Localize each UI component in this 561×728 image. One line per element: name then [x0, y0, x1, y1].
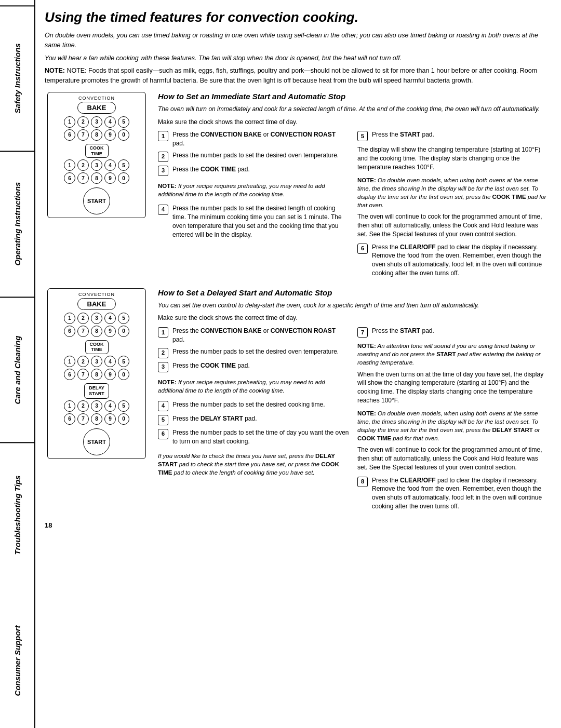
key2-5c: 5: [118, 400, 129, 412]
keypad-1: CONVECTION BAKE 1 2 3 4 5 6 7 8 9 0 COOK…: [47, 92, 146, 219]
key2-5: 5: [118, 313, 129, 324]
section2-steps-left: 1 Press the CONVECTION BAKE or CONVECTIO…: [158, 327, 349, 479]
step-num-1: 1: [158, 131, 168, 141]
section1-steps-left: 1 Press the CONVECTION BAKE or CONVECTIO…: [158, 130, 349, 239]
note-check: If you would like to check the times you…: [158, 452, 349, 477]
step-2-7: 7 Press the START pad.: [357, 327, 549, 338]
sidebar-item-consumer[interactable]: Consumer Support: [0, 588, 34, 728]
keypad2-row-1: 1 2 3 4 5: [64, 313, 129, 324]
step-num-2: 2: [158, 152, 168, 162]
key2-3b: 3: [91, 356, 102, 367]
cook-time-button-1: COOKTIME: [85, 144, 109, 158]
step-2-6: 6 Press the number pads to set the time …: [158, 428, 349, 446]
key2-6b: 6: [64, 369, 75, 380]
step2-num-3: 3: [158, 362, 168, 372]
display-note-1: The display will show the changing tempe…: [357, 145, 549, 171]
start-button-2: START: [83, 428, 110, 455]
key-0: 0: [118, 129, 129, 141]
keypad-row-1: 1 2 3 4 5: [64, 116, 129, 128]
key2-8: 8: [91, 326, 102, 337]
step-2-1: 1 Press the CONVECTION BAKE or CONVECTIO…: [158, 327, 349, 344]
step2-num-4: 4: [158, 401, 168, 411]
key-4b: 4: [104, 159, 116, 171]
key2-9b: 9: [104, 369, 116, 380]
page-title: Using the timed features for convection …: [45, 9, 549, 25]
keypad-row-2: 6 7 8 9 0: [64, 129, 129, 141]
step-2-5: 5 Press the DELAY START pad.: [158, 414, 349, 425]
sidebar-item-label: Consumer Support: [13, 625, 22, 696]
key2-2: 2: [77, 313, 89, 324]
key2-8c: 8: [91, 413, 102, 425]
step2-num-2: 2: [158, 348, 168, 358]
sidebar-item-safety[interactable]: Safety Instructions: [0, 5, 34, 151]
section1-two-col: 1 Press the CONVECTION BAKE or CONVECTIO…: [158, 130, 549, 277]
convection-label-1: CONVECTION: [78, 96, 115, 101]
key-3: 3: [91, 116, 102, 128]
intro-text-1: On double oven models, you can use timed…: [45, 31, 549, 50]
main-content: Using the timed features for convection …: [35, 0, 561, 728]
step-text-6: Press the CLEAR/OFF pad to clear the dis…: [372, 243, 549, 278]
key-0b: 0: [118, 172, 129, 184]
step-1-5: 5 Press the START pad.: [357, 130, 549, 141]
step2-text-6: Press the number pads to set the time of…: [172, 428, 349, 446]
step2-num-6: 6: [158, 429, 168, 439]
keypad2-row-6: 6 7 8 9 0: [64, 413, 129, 425]
key-7: 7: [77, 129, 89, 141]
note-double-2: NOTE: On double oven models, when using …: [357, 409, 549, 442]
step2-num-5: 5: [158, 415, 168, 425]
section-immediate-right: How to Set an Immediate Start and Automa…: [158, 92, 549, 278]
step2-num-1: 1: [158, 327, 168, 338]
step-num-5: 5: [357, 131, 368, 141]
sidebar-item-label: Operating Instructions: [13, 182, 22, 266]
section2-intro: You can set the oven control to delay-st…: [158, 301, 549, 310]
key2-7b: 7: [77, 369, 89, 380]
key2-0b: 0: [118, 369, 129, 380]
section-delayed-right: How to Set a Delayed Start and Automatic…: [158, 288, 549, 511]
key-9b: 9: [104, 172, 116, 184]
section2-sub: Make sure the clock shows the correct ti…: [158, 314, 549, 322]
continue-text-2: The oven will continue to cook for the p…: [357, 446, 549, 471]
key2-7: 7: [77, 326, 89, 337]
keypad-diagram-1: CONVECTION BAKE 1 2 3 4 5 6 7 8 9 0 COOK…: [45, 92, 149, 278]
step-num-6: 6: [357, 244, 368, 254]
bake-button-1: BAKE: [77, 102, 116, 114]
step-text-2: Press the number pads to set the desired…: [172, 151, 339, 160]
keypad-row-3: 1 2 3 4 5: [64, 159, 129, 171]
key-6b: 6: [64, 172, 75, 184]
sidebar-item-operating[interactable]: Operating Instructions: [0, 151, 34, 296]
section1-intro: The oven will turn on immediately and co…: [158, 105, 549, 114]
keypad-row-4: 6 7 8 9 0: [64, 172, 129, 184]
key-8b: 8: [91, 172, 102, 184]
intro-text-2: You will hear a fan while cooking with t…: [45, 53, 549, 63]
key-9: 9: [104, 129, 116, 141]
step2-text-1: Press the CONVECTION BAKE or CONVECTION …: [172, 327, 349, 344]
step-num-4: 4: [158, 205, 168, 215]
delay-start-button: DELAYSTART: [84, 383, 109, 399]
key2-9: 9: [104, 326, 116, 337]
when-text: When the oven turns on at the time of da…: [357, 370, 549, 405]
step-1-3: 3 Press the COOK TIME pad.: [158, 165, 349, 176]
step-text-4: Press the number pads to set the desired…: [172, 204, 349, 239]
key2-0: 0: [118, 326, 129, 337]
sidebar-item-care[interactable]: Care and Cleaning: [0, 296, 34, 442]
step-1-2: 2 Press the number pads to set the desir…: [158, 151, 349, 162]
key-7b: 7: [77, 172, 89, 184]
sidebar-item-troubleshooting[interactable]: Troubleshooting Tips: [0, 442, 34, 587]
key2-3c: 3: [91, 400, 102, 412]
key-3b: 3: [91, 159, 102, 171]
step2-text-5: Press the DELAY START pad.: [172, 414, 257, 423]
key-6: 6: [64, 129, 75, 141]
keypad-2: CONVECTION BAKE 1 2 3 4 5 6 7 8 9 0 COOK…: [47, 288, 146, 459]
keypad2-row-5: 1 2 3 4 5: [64, 400, 129, 412]
section2-col-left: 1 Press the CONVECTION BAKE or CONVECTIO…: [158, 327, 349, 510]
section1-col-right: 5 Press the START pad. The display will …: [357, 130, 549, 277]
cook-time-button-2: COOKTIME: [85, 340, 109, 355]
keypad-diagram-2: CONVECTION BAKE 1 2 3 4 5 6 7 8 9 0 COOK…: [45, 288, 149, 511]
sidebar: Safety Instructions Operating Instructio…: [0, 0, 35, 728]
step2-text-8: Press the CLEAR/OFF pad to clear the dis…: [372, 476, 549, 511]
section-delayed: CONVECTION BAKE 1 2 3 4 5 6 7 8 9 0 COOK…: [45, 288, 549, 511]
section1-heading: How to Set an Immediate Start and Automa…: [158, 92, 549, 101]
note-double-1: NOTE: On double oven models, when using …: [357, 176, 549, 209]
key2-7c: 7: [77, 413, 89, 425]
key-5b: 5: [118, 159, 129, 171]
